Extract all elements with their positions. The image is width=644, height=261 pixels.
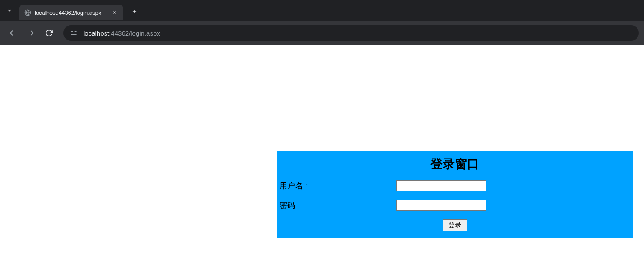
reload-button[interactable] [42, 26, 56, 40]
svg-rect-11 [75, 33, 77, 33]
page-content: 登录窗口 用户名： 密码： 登录 [0, 45, 644, 261]
svg-rect-8 [71, 31, 73, 32]
url-text: localhost:44362/login.aspx [83, 30, 633, 37]
svg-rect-9 [71, 33, 73, 33]
login-button-row: 登录 [277, 219, 633, 231]
username-input[interactable] [396, 180, 486, 191]
forward-button[interactable] [23, 26, 38, 40]
address-bar[interactable]: localhost:44362/login.aspx [63, 25, 639, 41]
tab-bar: localhost:44362/login.aspx [0, 0, 644, 21]
svg-rect-10 [75, 31, 77, 32]
password-row: 密码： [277, 200, 633, 211]
url-host: localhost [83, 30, 109, 37]
tab-search-button[interactable] [3, 4, 16, 17]
site-info-icon[interactable] [69, 29, 78, 37]
login-panel: 登录窗口 用户名： 密码： 登录 [277, 151, 633, 238]
browser-tab[interactable]: localhost:44362/login.aspx [19, 5, 123, 20]
globe-icon [24, 9, 31, 16]
username-row: 用户名： [277, 180, 633, 191]
browser-toolbar: localhost:44362/login.aspx [0, 21, 644, 45]
new-tab-button[interactable] [128, 6, 141, 18]
svg-rect-12 [71, 34, 77, 35]
password-input[interactable] [396, 200, 486, 211]
close-tab-button[interactable] [111, 9, 118, 16]
login-title: 登录窗口 [277, 156, 633, 172]
tab-title: localhost:44362/login.aspx [35, 10, 108, 16]
back-button[interactable] [5, 26, 20, 40]
password-label: 密码： [277, 200, 396, 211]
login-button[interactable]: 登录 [443, 219, 467, 231]
browser-chrome: localhost:44362/login.aspx localhost:443… [0, 0, 644, 45]
url-path: :44362/login.aspx [109, 30, 160, 37]
username-label: 用户名： [277, 181, 396, 191]
